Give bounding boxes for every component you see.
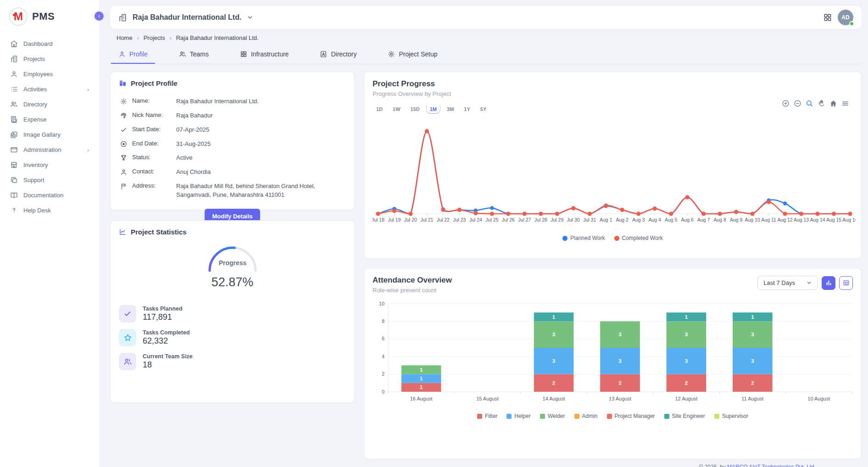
receipt-icon [10,116,18,123]
sidebar-item-label: Dashboard [23,40,89,47]
copyright-text: © 2025, by [699,464,725,467]
breadcrumb-separator: › [137,35,139,41]
svg-text:11 August: 11 August [741,396,763,401]
range-5y[interactable]: 5Y [477,105,490,114]
range-1m[interactable]: 1M [426,105,440,114]
company-selector[interactable]: Raja Bahadur International Ltd. [133,13,241,22]
svg-text:Jul 28: Jul 28 [534,217,547,222]
field-address: Address: Raja Bahadur Mill Rd, behind Sh… [119,179,346,202]
svg-text:0: 0 [382,389,384,395]
sidebar-item-documentation[interactable]: Documentation [6,188,94,202]
sidebar-item-employees[interactable]: Employees [6,67,94,81]
dropdown-value: Last 7 Days [763,279,795,286]
trophy-icon [120,154,128,161]
sidebar-item-projects[interactable]: Projects [6,52,94,66]
project-profile-card: Project Profile Name: Raja Bahadur Inter… [110,72,355,210]
bar-chart-view-button[interactable] [822,276,835,290]
gauge-value: 52.87% [119,275,346,289]
attendance-bar-chart[interactable]: 024681016 August15 August14 August13 Aug… [373,300,856,409]
legend-item[interactable]: Planned Work [562,235,605,241]
tab-infrastructure[interactable]: Infrastructure [233,46,296,64]
sidebar-item-support[interactable]: Support [6,173,94,187]
pan-icon[interactable] [818,100,825,107]
legend-item[interactable]: Project Manager [607,413,655,419]
sidebar-item-administration[interactable]: Administration › [6,143,94,157]
card-title: Project Progress [373,79,853,89]
sidebar-item-directory[interactable]: Directory [6,97,94,111]
svg-text:Aug 11: Aug 11 [761,217,776,222]
progress-gauge: Progress 52.87% [119,242,346,289]
bar-chart-legend: FitterHelperWelderAdminProject ManagerSi… [373,413,853,419]
range-1w[interactable]: 1W [389,105,404,114]
tab-bar: Profile Teams Infrastructure Directory P… [110,46,862,64]
bar-chart-icon [825,279,832,286]
legend-marker [540,414,545,419]
table-icon [843,279,850,286]
time-range-selector: 1D 1W 15D 1M 3M 1Y 5Y [373,105,853,114]
people-icon [179,50,186,58]
legend-item[interactable]: Site Engineer [664,413,705,419]
chevron-down-icon [806,280,812,286]
footer-company-link[interactable]: MARCO AIoT Technologies Pvt. Ltd. [727,464,816,467]
legend-marker [506,414,512,419]
svg-text:1: 1 [420,367,423,372]
contact-book-icon [320,50,327,58]
project-statistics-card: Project Statistics Progress 52.87% Tasks… [110,220,355,403]
topbar: Raja Bahadur International Ltd. AD [110,6,862,29]
legend-item[interactable]: Fitter [477,413,497,419]
range-3m[interactable]: 3M [443,105,457,114]
stat-team-size: Current Team Size 18 [119,353,346,370]
sidebar-item-inventory[interactable]: Inventory [6,158,94,172]
menu-icon[interactable] [841,100,849,107]
svg-text:Aug 10: Aug 10 [745,217,760,222]
tab-directory[interactable]: Directory [312,46,364,64]
archive-icon [10,146,18,154]
user-menu[interactable]: AD [838,10,853,25]
breadcrumb-home[interactable]: Home [117,34,133,41]
chevron-down-icon[interactable] [247,14,253,21]
svg-text:12 August: 12 August [675,396,697,401]
legend-marker [562,236,568,241]
selection-zoom-icon[interactable] [806,100,813,107]
chart-line-icon [119,228,127,236]
breadcrumb-projects[interactable]: Projects [144,34,165,41]
sidebar-collapse-button[interactable]: ‹ [93,10,105,22]
sidebar-item-image-gallery[interactable]: Image Gallary [6,128,94,142]
zoom-in-icon[interactable] [782,100,790,107]
tab-teams[interactable]: Teams [172,46,216,64]
legend-item[interactable]: Admin [574,413,598,419]
svg-text:Jul 27: Jul 27 [518,217,531,222]
svg-text:1: 1 [751,314,754,320]
table-view-button[interactable] [839,276,853,290]
tab-project-setup[interactable]: Project Setup [380,46,445,64]
range-1d[interactable]: 1D [373,105,386,114]
legend-marker [664,414,669,419]
range-15d[interactable]: 15D [407,105,423,114]
project-progress-line-chart[interactable]: Jul 18Jul 19Jul 20Jul 21Jul 22Jul 23Jul … [373,117,856,231]
sidebar-item-help-desk[interactable]: Help Desk [6,203,94,217]
line-chart-legend: Planned WorkCompleted Work [373,235,853,241]
tab-profile[interactable]: Profile [111,46,155,64]
footer: © 2025, by MARCO AIoT Technologies Pvt. … [364,459,862,467]
tab-label: Teams [190,50,209,58]
sidebar-item-dashboard[interactable]: Dashboard [6,37,94,51]
person-icon [120,168,128,176]
range-1y[interactable]: 1Y [460,105,473,114]
sidebar-item-expense[interactable]: Expense [6,112,94,127]
legend-item[interactable]: Supervisor [714,413,748,419]
legend-item[interactable]: Welder [540,413,565,419]
legend-item[interactable]: Completed Work [614,235,663,241]
zoom-out-icon[interactable] [794,100,801,107]
reset-home-icon[interactable] [829,100,837,107]
date-range-dropdown[interactable]: Last 7 Days [757,276,818,290]
chart-toolbar [782,100,849,107]
svg-text:6: 6 [382,336,384,341]
question-icon [10,206,18,214]
apps-grid-icon[interactable] [823,13,832,22]
svg-text:14 August: 14 August [543,396,565,401]
legend-item[interactable]: Helper [506,413,530,419]
sidebar-item-activities[interactable]: Activities › [6,82,94,96]
sidebar-item-label: Documentation [23,192,89,199]
svg-text:15 August: 15 August [476,396,499,401]
card-subtitle: Progress Overview by Project [373,90,853,97]
